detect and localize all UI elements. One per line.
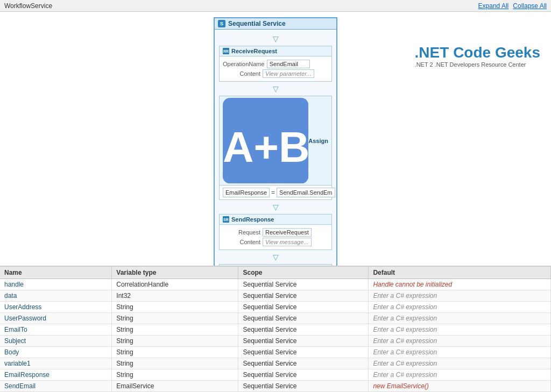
table-body: handleCorrelationHandleSequential Servic… [0,279,551,392]
request-value[interactable]: ReceiveRequest [263,228,312,237]
table-row: UserAddressStringSequential ServiceEnter… [0,302,551,313]
table-header-row: Name Variable type Scope Default [0,267,551,279]
table-container[interactable]: Name Variable type Scope Default handleC… [0,267,551,392]
logo-title-text: .NET Code Geeks [415,44,540,61]
arrow-3: ▽ [219,202,332,212]
table-cell-scope: Sequential Service [238,324,369,336]
app-title: WorkflowService [4,2,52,10]
arrow-1: ▽ [219,34,332,44]
table-cell-type: String [112,358,238,369]
col-type: Variable type [112,267,238,279]
table-row: handleCorrelationHandleSequential Servic… [0,279,551,290]
assign-label: Assign [308,138,328,144]
table-cell-default: Enter a C# expression [369,336,551,347]
operation-name-label: OperationName [223,61,265,67]
expand-all-button[interactable]: Expand All [478,2,509,10]
sequential-service-box: S Sequential Service ▽ RR ReceiveRequest… [214,17,337,266]
table-cell-scope: Sequential Service [238,313,369,324]
table-cell-type: String [112,347,238,358]
workflow-container: S Sequential Service ▽ RR ReceiveRequest… [214,17,337,266]
send-response-icon: SR [223,216,229,223]
table-row: EmailResponseStringSequential ServiceEnt… [0,369,551,381]
send-content-row: Content View message... [223,238,328,246]
table-cell-type: EmailService [112,381,238,392]
table-cell-type: String [112,336,238,347]
content-label: Content [223,70,260,77]
send-response-label: SendResponse [231,216,274,223]
arrow-4: ▽ [219,252,332,262]
table-cell-type: Int32 [112,290,238,302]
col-default: Default [369,267,551,279]
table-row: SubjectStringSequential ServiceEnter a C… [0,336,551,347]
write-line-block[interactable]: WL WriteLine Text EmailResponse [219,264,332,266]
table-cell-default: new EmailService() [369,381,551,392]
assign-icon: A+B [223,98,308,183]
arrow-2: ▽ [219,84,332,94]
receive-request-block[interactable]: RR ReceiveRequest OperationName SendEmai… [219,46,332,82]
table-cell-scope: Sequential Service [238,290,369,302]
assign-header: A+B Assign [220,96,331,186]
table-row: UserPasswordStringSequential ServiceEnte… [0,313,551,324]
table-cell-type: String [112,313,238,324]
table-cell-name: Body [0,347,112,358]
table-cell-default: Enter a C# expression [369,369,551,381]
variables-table: Name Variable type Scope Default handleC… [0,266,551,392]
sequential-service-icon: S [218,20,225,27]
table-cell-type: String [112,302,238,313]
operation-name-value[interactable]: SendEmail [267,60,310,68]
table-cell-name: SendEmail [0,381,112,392]
table-cell-name: UserPassword [0,313,112,324]
table-cell-name: handle [0,279,112,290]
table-cell-name: variable1 [0,358,112,369]
send-response-block[interactable]: SR SendResponse Request ReceiveRequest C… [219,214,332,250]
receive-request-icon: RR [223,48,229,54]
assign-body: EmailResponse = SendEmail.SendEm [220,186,331,199]
receive-request-header: RR ReceiveRequest [220,46,331,56]
table-cell-name: Subject [0,336,112,347]
svg-text:A+B: A+B [223,123,308,171]
receive-request-label: ReceiveRequest [231,48,277,54]
operation-name-row: OperationName SendEmail [223,60,328,68]
logo-title: .NET Code Geeks [415,44,540,61]
table-cell-scope: Sequential Service [238,279,369,290]
table-cell-default: Enter a C# expression [369,302,551,313]
sequential-service-label: Sequential Service [228,20,286,27]
logo-area: .NET Code Geeks .NET 2 .NET Developers R… [415,44,540,68]
table-cell-type: String [112,324,238,336]
svg-text:SR: SR [223,218,229,222]
table-cell-name: data [0,290,112,302]
variables-data-table: Name Variable type Scope Default handleC… [0,267,551,392]
collapse-all-button[interactable]: Collapse All [513,2,547,10]
receive-request-body: OperationName SendEmail Content View par… [220,56,331,81]
table-cell-scope: Sequential Service [238,369,369,381]
assign-equals: = [271,189,275,196]
table-cell-scope: Sequential Service [238,381,369,392]
send-response-body: Request ReceiveRequest Content View mess… [220,225,331,250]
table-cell-default: Enter a C# expression [369,313,551,324]
assign-block[interactable]: A+B Assign EmailResponse = SendEmail.Sen… [219,96,332,200]
request-row: Request ReceiveRequest [223,228,328,237]
content-value[interactable]: View parameter... [263,69,314,78]
send-content-value[interactable]: View message... [263,238,312,246]
top-bar: WorkflowService Expand All Collapse All [0,0,551,12]
table-row: BodyStringSequential ServiceEnter a C# e… [0,347,551,358]
table-cell-scope: Sequential Service [238,347,369,358]
table-row: variable1StringSequential ServiceEnter a… [0,358,551,369]
assign-right-value[interactable]: SendEmail.SendEm [277,188,335,197]
table-cell-name: UserAddress [0,302,112,313]
send-content-label: Content [223,239,260,245]
logo-subtitle: .NET 2 .NET Developers Resource Center [415,61,540,68]
request-label: Request [223,229,260,236]
assign-left-value[interactable]: EmailResponse [223,188,270,197]
table-cell-name: EmailResponse [0,369,112,381]
write-line-header: WL WriteLine [220,265,331,266]
table-cell-name: EmailTo [0,324,112,336]
table-cell-type: String [112,369,238,381]
table-cell-default: Enter a C# expression [369,324,551,336]
table-cell-scope: Sequential Service [238,336,369,347]
table-cell-default: Enter a C# expression [369,347,551,358]
col-name: Name [0,267,112,279]
table-row: EmailToStringSequential ServiceEnter a C… [0,324,551,336]
table-cell-scope: Sequential Service [238,302,369,313]
table-row: dataInt32Sequential ServiceEnter a C# ex… [0,290,551,302]
